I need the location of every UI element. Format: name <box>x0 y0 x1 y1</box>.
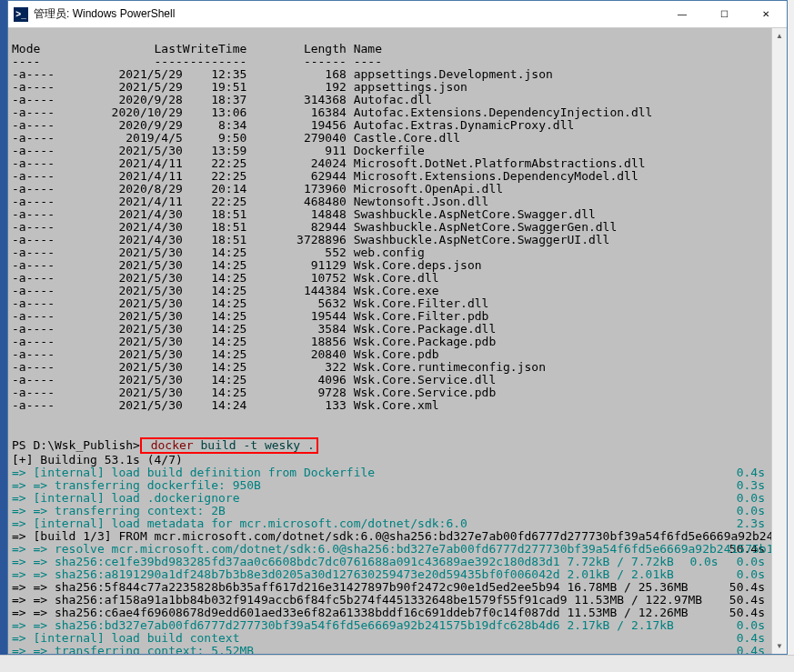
file-row: -a---- 2021/5/30 14:25 20840 Wsk.Core.pd… <box>12 348 783 361</box>
build-line: => => sha256:5f844c77a2235828b6b35aff617… <box>12 581 783 594</box>
file-row: -a---- 2020/8/29 20:14 173960 Microsoft.… <box>12 183 783 196</box>
file-row: -a---- 2021/5/30 14:25 3584 Wsk.Core.Pac… <box>12 323 783 336</box>
scroll-up-icon[interactable]: ▲ <box>772 28 787 44</box>
file-row: -a---- 2021/5/30 14:25 10752 Wsk.Core.dl… <box>12 272 783 285</box>
close-button[interactable]: ✕ <box>745 1 787 28</box>
build-line: => => sha256:c6ae4f69608678d9edd601aed33… <box>12 607 783 619</box>
build-line: => [internal] load metadata for mcr.micr… <box>12 517 783 530</box>
build-line: => => sha256:a8191290a1df248b7b3b8e3d020… <box>12 568 783 581</box>
build-line: => => sha256:ce1fe39bd983285fd37aa0c6608… <box>12 556 783 568</box>
window-title: 管理员: Windows PowerShell <box>34 6 661 22</box>
file-row: -a---- 2020/10/29 13:06 16384 Autofac.Ex… <box>12 106 783 119</box>
file-row: -a---- 2021/5/30 14:25 19544 Wsk.Core.Fi… <box>12 310 783 323</box>
scroll-down-icon[interactable]: ▼ <box>772 638 787 654</box>
build-line: => => transferring context: 5.52MB0.4s <box>12 645 783 654</box>
file-row: -a---- 2021/4/11 22:25 62944 Microsoft.E… <box>12 170 783 183</box>
maximize-button[interactable]: ☐ <box>703 1 745 28</box>
titlebar[interactable]: >_ 管理员: Windows PowerShell — ☐ ✕ <box>8 1 787 28</box>
file-row: -a---- 2021/4/11 22:25 468480 Newtonsoft… <box>12 196 783 208</box>
background-edge-bottom <box>0 655 794 672</box>
file-row: -a---- 2021/5/30 14:25 322 Wsk.Core.runt… <box>12 361 783 374</box>
file-row: -a---- 2021/5/30 14:25 9728 Wsk.Core.Ser… <box>12 386 783 399</box>
build-line: => => sha256:af158a91a1bb84b032f9149accb… <box>12 594 783 607</box>
build-line: => [internal] load build context0.4s <box>12 632 783 645</box>
background-edge-left <box>0 0 7 672</box>
scroll-track[interactable] <box>772 44 787 638</box>
file-row: -a---- 2021/5/30 14:25 4096 Wsk.Core.Ser… <box>12 374 783 386</box>
terminal-output[interactable]: Mode LastWriteTime Length Name---- -----… <box>8 28 787 654</box>
build-line: => => resolve mcr.microsoft.com/dotnet/s… <box>12 543 783 556</box>
file-row: -a---- 2019/4/5 9:50 279040 Castle.Core.… <box>12 132 783 145</box>
build-line: => [build 1/3] FROM mcr.microsoft.com/do… <box>12 530 783 543</box>
build-line: => => transferring dockerfile: 950B0.3s <box>12 479 783 492</box>
prompt-line: PS D:\Wsk_Publish> docker build -t wesky… <box>12 437 783 454</box>
build-line: => [internal] load build definition from… <box>12 466 783 479</box>
file-row: -a---- 2021/4/30 18:51 82944 Swashbuckle… <box>12 221 783 234</box>
file-row: -a---- 2021/5/30 14:25 144384 Wsk.Core.e… <box>12 285 783 297</box>
minimize-button[interactable]: — <box>661 1 703 28</box>
file-row: -a---- 2021/5/30 14:25 91129 Wsk.Core.de… <box>12 259 783 272</box>
file-row: -a---- 2021/5/30 14:25 18856 Wsk.Core.Pa… <box>12 336 783 348</box>
file-row: -a---- 2021/5/29 19:51 192 appsettings.j… <box>12 81 783 94</box>
file-row: -a---- 2020/9/28 18:37 314368 Autofac.dl… <box>12 94 783 106</box>
powershell-window: >_ 管理员: Windows PowerShell — ☐ ✕ Mode La… <box>7 0 788 655</box>
window-controls: — ☐ ✕ <box>661 1 787 28</box>
file-row: -a---- 2021/5/29 12:35 168 appsettings.D… <box>12 68 783 81</box>
file-row: -a---- 2021/5/30 13:59 911 Dockerfile <box>12 145 783 157</box>
file-row: -a---- 2021/4/30 18:51 3728896 Swashbuck… <box>12 234 783 246</box>
file-row: -a---- 2020/9/29 8:34 19456 Autofac.Extr… <box>12 119 783 132</box>
build-line: => [internal] load .dockerignore0.0s <box>12 492 783 505</box>
file-row: -a---- 2021/4/11 22:25 24024 Microsoft.D… <box>12 157 783 170</box>
scrollbar[interactable]: ▲ ▼ <box>771 28 787 654</box>
file-row: -a---- 2021/4/30 18:51 14848 Swashbuckle… <box>12 208 783 221</box>
powershell-icon: >_ <box>14 7 28 22</box>
build-line: => => transferring context: 2B0.0s <box>12 505 783 517</box>
file-row: -a---- 2021/5/30 14:25 5632 Wsk.Core.Fil… <box>12 297 783 310</box>
building-line: [+] Building 53.1s (4/7) <box>12 454 783 466</box>
build-line: => => sha256:bd327e7ab00fd6777d277730bf3… <box>12 619 783 632</box>
file-row: -a---- 2021/5/30 14:25 552 web.config <box>12 246 783 259</box>
file-row: -a---- 2021/5/30 14:24 133 Wsk.Core.xml <box>12 399 783 412</box>
